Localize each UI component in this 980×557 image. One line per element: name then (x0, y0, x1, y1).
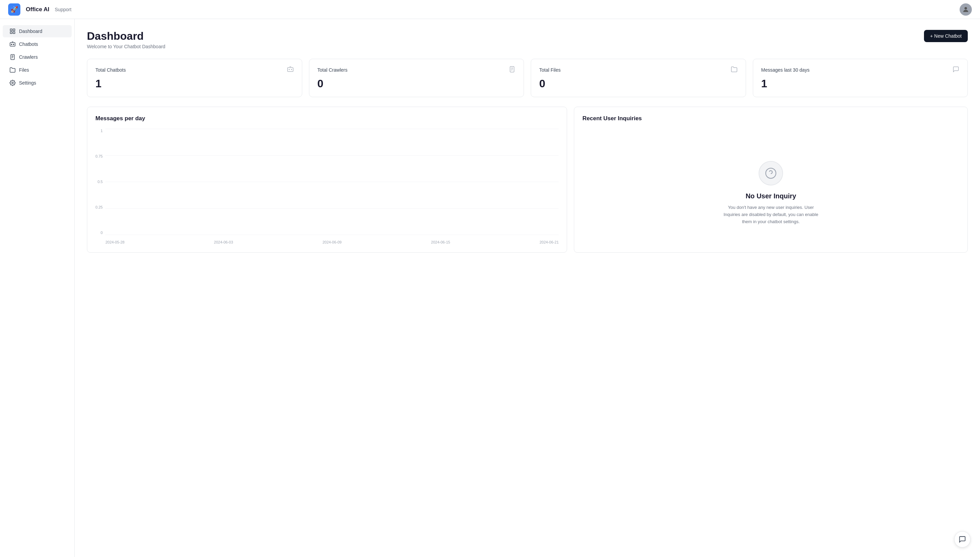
y-label-075: 0.75 (96, 154, 102, 158)
inquiries-card: Recent User Inquiries No User Inquiry Yo… (574, 107, 968, 253)
support-link[interactable]: Support (55, 7, 71, 12)
svg-rect-4 (13, 32, 15, 34)
svg-rect-3 (10, 32, 12, 34)
svg-rect-1 (10, 29, 12, 31)
y-label-1: 1 (96, 129, 102, 133)
top-navigation: 🚀 Office AI Support (0, 0, 980, 19)
sidebar-item-settings[interactable]: Settings (3, 77, 72, 89)
app-logo: 🚀 (8, 3, 20, 16)
stat-value-chatbots: 1 (96, 77, 294, 90)
question-mark-icon (765, 167, 777, 179)
no-inquiry-title: No User Inquiry (746, 192, 796, 200)
stat-card-files-header: Total Files (539, 66, 738, 74)
x-label-4: 2024-06-15 (431, 240, 450, 244)
svg-rect-5 (10, 43, 15, 47)
no-inquiry-panel: No User Inquiry You don't have any new u… (582, 129, 959, 258)
stat-card-files: Total Files 0 (531, 59, 746, 97)
bars-container (105, 129, 559, 235)
crawlers-stat-icon (509, 66, 515, 74)
svg-point-12 (12, 82, 14, 84)
svg-rect-16 (510, 67, 514, 72)
stat-card-messages-header: Messages last 30 days (761, 66, 960, 74)
messages-chart-area: 1 0.75 0.5 0.25 0 (96, 129, 559, 244)
x-axis: 2024-05-28 2024-06-03 2024-06-09 2024-06… (105, 235, 559, 244)
svg-point-14 (289, 69, 289, 70)
sidebar-label-files: Files (19, 67, 29, 73)
svg-point-7 (13, 44, 14, 45)
stat-value-messages: 1 (761, 77, 960, 90)
page-subtitle: Welcome to Your Chatbot Dashboard (87, 44, 165, 49)
stat-value-crawlers: 0 (317, 77, 516, 90)
question-circle-icon (759, 161, 783, 186)
chart-inner: 1 0.75 0.5 0.25 0 (96, 129, 559, 244)
settings-icon (10, 80, 16, 86)
sidebar: Dashboard Chatbots Crawlers Files Settin… (0, 19, 75, 557)
page-header-text: Dashboard Welcome to Your Chatbot Dashbo… (87, 30, 165, 49)
stat-value-files: 0 (539, 77, 738, 90)
crawlers-icon (10, 54, 16, 60)
svg-rect-2 (13, 29, 15, 31)
logo-icon: 🚀 (11, 6, 18, 13)
app-name: Office AI (26, 6, 49, 13)
avatar[interactable] (960, 3, 972, 16)
bars-area: 2024-05-28 2024-06-03 2024-06-09 2024-06… (105, 129, 559, 244)
y-axis: 1 0.75 0.5 0.25 0 (96, 129, 102, 244)
sidebar-item-files[interactable]: Files (3, 64, 72, 76)
app-layout: Dashboard Chatbots Crawlers Files Settin… (0, 19, 980, 557)
stat-label-files: Total Files (539, 67, 561, 73)
x-label-2: 2024-06-03 (214, 240, 233, 244)
messages-chart-title: Messages per day (96, 115, 559, 122)
dashboard-icon (10, 28, 16, 34)
messages-stat-icon (952, 66, 959, 74)
inquiries-title: Recent User Inquiries (582, 115, 959, 122)
chat-bubble-button[interactable] (954, 531, 970, 547)
svg-point-20 (766, 168, 776, 178)
chatbots-icon (10, 41, 16, 47)
sidebar-label-settings: Settings (19, 80, 36, 86)
sidebar-item-crawlers[interactable]: Crawlers (3, 51, 72, 63)
messages-chart-card: Messages per day 1 0.75 0.5 0.25 0 (87, 107, 567, 253)
stats-grid: Total Chatbots 1 Total Crawlers 0 (87, 59, 968, 97)
svg-point-0 (964, 7, 967, 9)
chat-bubble-icon (959, 536, 966, 543)
svg-point-15 (291, 69, 292, 70)
main-content: Dashboard Welcome to Your Chatbot Dashbo… (75, 19, 980, 557)
new-chatbot-button[interactable]: + New Chatbot (924, 30, 968, 42)
x-label-1: 2024-05-28 (105, 240, 124, 244)
x-label-5: 2024-06-21 (540, 240, 559, 244)
stat-card-crawlers: Total Crawlers 0 (309, 59, 524, 97)
topnav-left: 🚀 Office AI Support (8, 3, 71, 16)
files-icon (10, 67, 16, 73)
stat-card-chatbots: Total Chatbots 1 (87, 59, 302, 97)
new-chatbot-label: + New Chatbot (930, 33, 962, 39)
svg-point-6 (11, 44, 12, 45)
stat-card-chatbots-header: Total Chatbots (96, 66, 294, 74)
sidebar-label-dashboard: Dashboard (19, 29, 42, 34)
x-label-3: 2024-06-09 (323, 240, 341, 244)
files-stat-icon (731, 66, 738, 74)
y-label-025: 0.25 (96, 205, 102, 209)
stat-card-messages: Messages last 30 days 1 (753, 59, 968, 97)
page-title: Dashboard (87, 30, 165, 42)
page-header: Dashboard Welcome to Your Chatbot Dashbo… (87, 30, 968, 49)
sidebar-item-dashboard[interactable]: Dashboard (3, 25, 72, 37)
stat-label-messages: Messages last 30 days (761, 67, 809, 73)
sidebar-item-chatbots[interactable]: Chatbots (3, 38, 72, 50)
y-label-05: 0.5 (96, 180, 102, 184)
stat-label-chatbots: Total Chatbots (96, 67, 126, 73)
chatbot-stat-icon (287, 66, 294, 74)
svg-rect-13 (287, 68, 293, 72)
charts-row: Messages per day 1 0.75 0.5 0.25 0 (87, 107, 968, 253)
y-label-0: 0 (96, 231, 102, 235)
no-inquiry-text: You don't have any new user inquiries. U… (723, 204, 818, 225)
sidebar-label-crawlers: Crawlers (19, 54, 38, 60)
sidebar-label-chatbots: Chatbots (19, 41, 38, 47)
x-labels: 2024-05-28 2024-06-03 2024-06-09 2024-06… (105, 240, 559, 244)
stat-label-crawlers: Total Crawlers (317, 67, 348, 73)
stat-card-crawlers-header: Total Crawlers (317, 66, 516, 74)
